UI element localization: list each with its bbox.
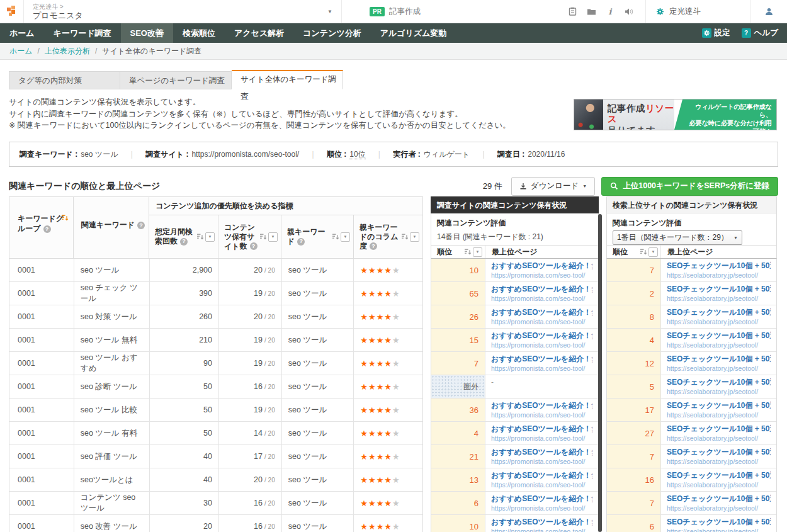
- help-tooltip-icon[interactable]: ?: [137, 222, 145, 229]
- search-volume-cell: 50: [150, 422, 219, 444]
- help-tooltip-icon[interactable]: ?: [250, 242, 258, 250]
- top-page-link[interactable]: SEOチェックツール10個 + 50選｜SE…: [667, 261, 771, 271]
- ranking-row: 21 おすすめSEOツールを紹介！無料から… https://promonist…: [431, 445, 598, 468]
- folder-icon[interactable]: [586, 8, 596, 16]
- col-content-sites: コンテンツ保有サイト数? ▼: [218, 215, 281, 258]
- profile-button[interactable]: [751, 0, 787, 23]
- site-content-panel: 調査サイトの関連コンテンツ保有状況 関連コンテンツ評価 14番目 (関連キーワー…: [431, 196, 599, 532]
- nav-right: 設定 ? ヘルプ: [702, 23, 787, 43]
- nav-item-search-rank[interactable]: 検索順位: [173, 23, 225, 43]
- column-rating-stars: ★★★★★: [354, 282, 422, 305]
- breadcrumb-analysis[interactable]: 上位表示分析: [45, 46, 90, 57]
- filter-dropdown[interactable]: ▼: [648, 247, 658, 257]
- sort-icon[interactable]: [332, 233, 339, 241]
- nav-item-keyword-research[interactable]: キーワード調査: [44, 23, 121, 43]
- download-button[interactable]: ダウンロード ▼: [511, 177, 595, 196]
- sort-icon[interactable]: [640, 248, 647, 256]
- top-page-link[interactable]: SEOチェックツール10個 + 50選｜SE…: [667, 308, 771, 317]
- help-tooltip-icon[interactable]: ?: [297, 238, 305, 246]
- clipboard-icon[interactable]: [567, 7, 577, 16]
- intro-line-3: ※ 関連キーワードにおいて100位以内にランクインしているページの有無を、関連コ…: [9, 120, 563, 132]
- settings-link[interactable]: 設定: [702, 28, 730, 38]
- search-volume-cell: 20: [150, 515, 219, 532]
- sort-icon[interactable]: [401, 233, 409, 241]
- tab-single-page-research[interactable]: 単ページのキーワード調査: [120, 71, 232, 89]
- breadcrumb-separator: /: [38, 47, 40, 55]
- top-page-link[interactable]: おすすめSEOツールを紹介！無料から…: [491, 261, 592, 271]
- help-tooltip-icon[interactable]: ?: [43, 225, 51, 233]
- help-link[interactable]: ? ヘルプ: [742, 28, 778, 38]
- top-page-link[interactable]: SEOチェックツール10個 + 50選｜SE…: [667, 471, 771, 480]
- separator: ｜: [309, 149, 317, 160]
- parent-keyword-cell: seo ツール: [282, 305, 354, 328]
- top-page-link[interactable]: おすすめSEOツールを紹介！無料から…: [491, 308, 592, 317]
- top-page-link[interactable]: SEOチェックツール10個 + 50選｜SE…: [667, 518, 771, 527]
- rank-cell: 圏外: [431, 375, 485, 398]
- top-page-link[interactable]: おすすめSEOツールを紹介！無料から…: [491, 331, 592, 341]
- gear-icon: [656, 8, 664, 16]
- ranking-row: 7 SEOチェックツール10個 + 50選｜SE… https://seolab…: [607, 445, 776, 468]
- top-page-link[interactable]: おすすめSEOツールを紹介！無料から…: [491, 448, 592, 457]
- filter-dropdown[interactable]: ▼: [473, 247, 482, 257]
- nav-item-algorithm-change[interactable]: アルゴリズム変動: [371, 23, 456, 43]
- query-info-bar: 調査キーワード :seo ツール ｜ 調査サイト :https://promon…: [9, 142, 778, 167]
- tab-internal-measures[interactable]: タグ等の内部対策: [9, 71, 120, 89]
- ranking-row: 5 SEOチェックツール10個 + 50選｜SE… https://seolab…: [607, 375, 776, 399]
- section-actions: 29 件 ダウンロード ▼ 上位1000キーワードをSERPs分析に登録: [483, 177, 778, 196]
- ad-banner[interactable]: 記事作成リソース 足りてますか？ ウィルゲートの記事作成なら、 必要な時に必要な…: [574, 99, 777, 130]
- top-page-url: https://seolaboratory.jp/seotool/: [667, 480, 771, 489]
- top-page-link[interactable]: おすすめSEOツールを紹介！無料から…: [491, 354, 592, 364]
- info-icon[interactable]: i: [605, 7, 615, 16]
- ranking-row: 4 SEOチェックツール10個 + 50選｜SE… https://seolab…: [607, 329, 776, 352]
- top-page-link[interactable]: おすすめSEOツールを紹介！無料から…: [491, 471, 592, 480]
- top-page-link[interactable]: SEOチェックツール10個 + 50選｜SE…: [667, 354, 771, 364]
- top-page-link[interactable]: SEOチェックツール10個 + 50選｜SE…: [667, 378, 771, 387]
- top-page-link[interactable]: SEOチェックツール10個 + 50選｜SE…: [667, 494, 771, 504]
- ranking-row: 26 おすすめSEOツールを紹介！無料から… https://promonist…: [431, 305, 598, 329]
- site-panel-scrollbar[interactable]: [598, 214, 602, 532]
- top-page-cell: SEOチェックツール10個 + 50選｜SE… https://seolabor…: [661, 422, 776, 444]
- top-page-link[interactable]: SEOチェックツール10個 + 50選｜SE…: [667, 285, 771, 294]
- nav-item-content-analysis[interactable]: コンテンツ分析: [293, 23, 371, 43]
- top-page-link[interactable]: SEOチェックツール10個 + 50選｜SE…: [667, 331, 771, 341]
- help-tooltip-icon[interactable]: ?: [370, 242, 377, 250]
- speaker-icon[interactable]: [624, 8, 634, 16]
- top-page-link[interactable]: おすすめSEOツールを紹介！無料から…: [491, 518, 592, 527]
- article-creation-link[interactable]: 記事作成: [389, 6, 421, 17]
- help-tooltip-icon[interactable]: ?: [180, 238, 188, 246]
- content-sites-cell: 19/ 20: [219, 329, 282, 351]
- breadcrumb-current: サイト全体のキーワード調査: [102, 46, 201, 57]
- top-page-link[interactable]: おすすめSEOツールを紹介！無料から…: [491, 494, 592, 504]
- top-page-url: https://seolaboratory.jp/seotool/: [667, 364, 771, 373]
- search-volume-cell: 210: [150, 329, 219, 351]
- serps-register-button[interactable]: 上位1000キーワードをSERPs分析に登録: [601, 177, 778, 196]
- top-page-link[interactable]: SEOチェックツール10個 + 50選｜SE…: [667, 424, 771, 434]
- filter-dropdown[interactable]: ▼: [410, 232, 419, 242]
- nav-item-access-analysis[interactable]: アクセス解析: [225, 23, 293, 43]
- eval-position-select[interactable]: 1番目（関連キーワード数：29） ▼: [613, 230, 742, 245]
- breadcrumb-home[interactable]: ホーム: [9, 46, 33, 57]
- top-page-cell: おすすめSEOツールを紹介！無料から… https://promonista.c…: [485, 399, 598, 421]
- workspace-selector[interactable]: 定光達斗 > プロモニスタ ▼: [24, 0, 342, 23]
- sort-icon[interactable]: [196, 233, 204, 241]
- sort-icon[interactable]: [464, 248, 472, 256]
- sort-icon[interactable]: [259, 233, 267, 241]
- top-page-link[interactable]: SEOチェックツール10個 + 50選｜SE…: [667, 448, 771, 457]
- sort-icon-active[interactable]: [61, 214, 69, 222]
- keyword-table: キーワードグループ? 関連キーワード? コンテンツ追加の優先順位を決める指標 想…: [9, 196, 423, 532]
- nav-item-home[interactable]: ホーム: [0, 23, 44, 43]
- topbar: 定光達斗 > プロモニスタ ▼ PR 記事作成 i: [0, 0, 787, 23]
- related-keyword-cell: seo ツール おすすめ: [74, 352, 150, 375]
- top-page-link[interactable]: おすすめSEOツールを紹介！無料から…: [491, 401, 592, 410]
- top-page-link[interactable]: SEOチェックツール10個 + 50選｜SE…: [667, 401, 771, 410]
- logo-icon[interactable]: [0, 0, 24, 23]
- top-page-link[interactable]: おすすめSEOツールを紹介！無料から…: [491, 424, 592, 434]
- user-menu[interactable]: 定光達斗: [645, 0, 751, 23]
- top-page-link[interactable]: おすすめSEOツールを紹介！無料から…: [491, 285, 592, 294]
- tab-whole-site-research[interactable]: サイト全体のキーワード調査: [232, 70, 343, 89]
- filter-dropdown[interactable]: ▼: [341, 232, 350, 242]
- rank-cell: 4: [431, 422, 485, 444]
- filter-dropdown[interactable]: ▼: [268, 232, 278, 242]
- filter-dropdown[interactable]: ▼: [205, 232, 215, 242]
- nav-item-seo-improvement[interactable]: SEO改善: [121, 23, 173, 43]
